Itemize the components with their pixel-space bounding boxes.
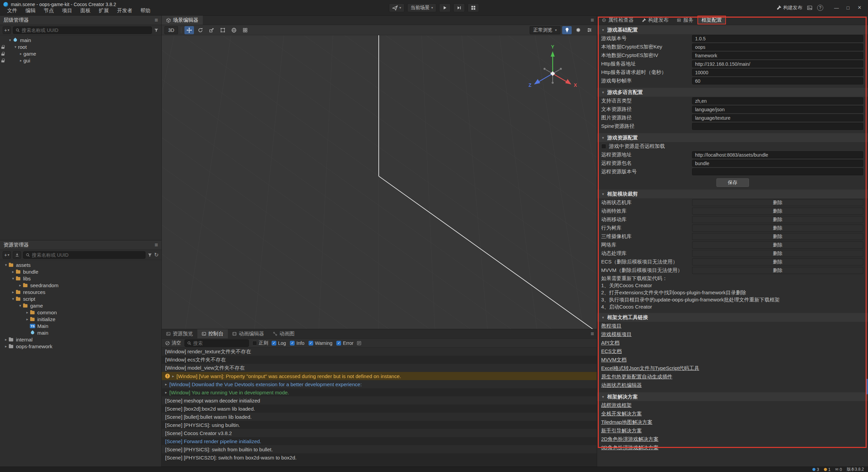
scene-gear-button[interactable]	[573, 26, 583, 34]
menu-item[interactable]: 编辑	[22, 7, 39, 14]
menu-item[interactable]: 节点	[40, 7, 58, 14]
expand-arrow-icon[interactable]	[18, 58, 23, 63]
tab-services[interactable]: 服务	[673, 16, 697, 24]
expand-arrow-icon[interactable]	[13, 45, 18, 49]
collapse-arrow-icon[interactable]	[600, 136, 606, 140]
delete-module-button[interactable]: 删除	[692, 250, 863, 257]
hierarchy-search[interactable]	[13, 26, 152, 34]
build-publish-button[interactable]: 构建发布	[776, 5, 802, 11]
scene-select[interactable]: 当前场景 ▾	[407, 3, 436, 12]
asset-node[interactable]: script	[0, 295, 161, 302]
scene-viewport[interactable]: Y X Z	[162, 35, 597, 329]
menu-item[interactable]: 项目	[58, 7, 76, 14]
doc-link[interactable]: 动画状态机编辑器	[597, 381, 868, 390]
asset-node[interactable]: Main	[0, 322, 161, 329]
doc-link[interactable]: 原生包热更新配置自动生成插件	[597, 373, 868, 381]
field-input[interactable]	[692, 77, 863, 84]
solution-link[interactable]: Tiledmap地图解决方案	[597, 418, 868, 427]
filter-icon[interactable]	[154, 28, 159, 33]
gizmo-space-button[interactable]	[229, 26, 239, 34]
log-row[interactable]: [Window] Download the Vue Devtools exten…	[162, 380, 597, 388]
asset-node[interactable]: seedrandom	[0, 282, 161, 289]
field-input[interactable]	[692, 60, 863, 67]
asset-node[interactable]: internal	[0, 336, 161, 343]
section-header[interactable]: 框架解决方案	[597, 392, 868, 401]
expand-arrow-icon[interactable]	[3, 337, 8, 342]
console-clear-button[interactable]: 清空	[165, 340, 181, 346]
rect-tool-button[interactable]	[218, 26, 228, 34]
expand-arrow-icon[interactable]	[11, 276, 16, 281]
maximize-button[interactable]	[843, 3, 853, 12]
refresh-icon[interactable]: ↻	[154, 252, 159, 258]
menu-item[interactable]: 文件	[3, 7, 21, 14]
log-filter[interactable]: Info	[290, 340, 304, 346]
scrollbar-thumb[interactable]	[866, 379, 868, 394]
console-search[interactable]	[184, 339, 249, 347]
menu-item[interactable]: 开发者	[113, 7, 136, 14]
play-button[interactable]	[439, 3, 451, 12]
panel-menu-icon[interactable]	[155, 242, 158, 249]
add-asset-button[interactable]: +▾	[3, 251, 11, 259]
asset-node[interactable]: libs	[0, 275, 161, 282]
log-row[interactable]: [Scene] [box2d]:box2d wasm lib loaded.	[162, 405, 597, 413]
collapse-arrow-icon[interactable]	[600, 315, 606, 320]
image-icon[interactable]	[807, 5, 812, 11]
checkbox-checked-icon[interactable]	[290, 341, 295, 346]
warning-indicator[interactable]: 1	[824, 467, 831, 472]
checkbox-icon[interactable]	[252, 341, 257, 346]
log-expand-icon[interactable]	[165, 382, 167, 387]
delete-module-button[interactable]: 删除	[692, 258, 863, 266]
step-button[interactable]	[453, 3, 465, 12]
minimize-button[interactable]	[831, 3, 842, 12]
log-row[interactable]: [Window] You are running Vue in developm…	[162, 388, 597, 396]
expand-arrow-icon[interactable]	[18, 283, 23, 288]
log-row[interactable]: [Scene] [bullet]:bullet wasm lib loaded.	[162, 413, 597, 421]
log-filter[interactable]: Log	[272, 340, 286, 346]
delete-module-button[interactable]: 删除	[692, 241, 863, 249]
expand-arrow-icon[interactable]	[18, 303, 23, 308]
section-header[interactable]: 框架文档工具链接	[597, 313, 868, 322]
lock-icon[interactable]	[1, 59, 4, 62]
panel-menu-icon[interactable]	[591, 331, 594, 337]
delete-module-button[interactable]: 删除	[692, 233, 863, 240]
section-header[interactable]: 游戏多语言配置	[597, 88, 868, 97]
doc-link[interactable]: 游戏模板项目	[597, 330, 868, 339]
expand-arrow-icon[interactable]	[3, 344, 8, 349]
expand-arrow-icon[interactable]	[3, 263, 8, 267]
tab-animation-graph[interactable]: 动画图	[269, 329, 299, 338]
axis-gizmo[interactable]: Y X Z	[524, 44, 581, 95]
assets-search-input[interactable]	[32, 252, 143, 258]
delete-module-button[interactable]: 删除	[692, 216, 863, 223]
delete-module-button[interactable]: 删除	[692, 199, 863, 206]
checkbox-unchecked-icon[interactable]	[601, 144, 606, 149]
checkbox-checked-icon[interactable]	[309, 341, 313, 346]
panel-menu-icon[interactable]	[591, 17, 594, 24]
checkbox-checked-icon[interactable]	[272, 341, 276, 346]
doc-link[interactable]: MVVM文档	[597, 356, 868, 364]
field-input[interactable]	[692, 43, 863, 51]
tab-scene-editor[interactable]: 场景编辑器	[162, 16, 203, 25]
field-input[interactable]	[692, 114, 863, 121]
move-tool-button[interactable]	[184, 26, 194, 34]
asset-node[interactable]: main	[0, 329, 161, 336]
log-row[interactable]: [Window] render_texture文件夹不存在	[162, 348, 597, 356]
asset-node[interactable]: bundle	[0, 268, 161, 275]
lock-icon[interactable]	[1, 52, 4, 56]
expand-arrow-icon[interactable]	[7, 38, 13, 42]
console-search-input[interactable]	[193, 340, 246, 346]
asset-node[interactable]: common	[0, 309, 161, 316]
save-button[interactable]: 保存	[716, 178, 749, 187]
tab-build-publish[interactable]: 构建发布	[638, 16, 673, 24]
menu-item[interactable]: 面板	[77, 7, 94, 14]
hierarchy-node[interactable]: game	[0, 50, 161, 57]
delete-module-button[interactable]: 删除	[692, 224, 863, 232]
regex-toggle[interactable]: 正则	[252, 340, 268, 346]
field-input[interactable]	[692, 52, 863, 59]
assets-search[interactable]	[23, 251, 145, 259]
field-input[interactable]	[692, 123, 863, 130]
doc-link[interactable]: 教程项目	[597, 322, 868, 330]
asset-node[interactable]: oops-framework	[0, 343, 161, 350]
solution-link[interactable]: 战棋游戏框架	[597, 401, 868, 410]
close-button[interactable]	[854, 3, 865, 12]
log-row[interactable]: [Scene] Cocos Creator v3.8.2	[162, 429, 597, 437]
